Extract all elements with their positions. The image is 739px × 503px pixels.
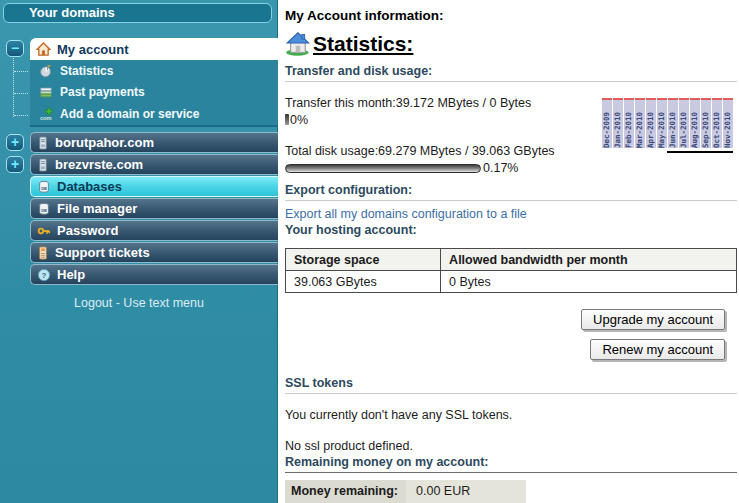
chart-bar: Jun-2010 <box>668 98 678 148</box>
tree-branch <box>14 115 28 116</box>
section-export-configuration: Export configuration: <box>285 183 737 201</box>
server-icon <box>37 136 49 150</box>
chart-bar: Aug-2010 <box>690 98 700 148</box>
disk-progress-row: 0.17% <box>285 161 585 175</box>
sidebar-item-label: Databases <box>57 179 122 194</box>
payments-icon <box>39 85 53 99</box>
chart-bar: Nov-2010 <box>723 98 733 148</box>
logout-link[interactable]: Logout - Use text menu <box>0 296 278 310</box>
chart-bar-label: Feb-2010 <box>624 100 634 148</box>
sidebar-item-label: brezvrste.com <box>55 157 143 172</box>
chart-bar-label: Sep-2010 <box>701 100 711 148</box>
key-icon <box>37 224 51 238</box>
sidebar-item-label: Help <box>57 267 85 282</box>
chart-bar-label: Jun-2010 <box>668 100 678 148</box>
monthly-transfer-chart: Dec-2009 Jan-2010 Feb-2010 Mar-2010 Apr-… <box>601 96 733 175</box>
money-remaining-label: Money remaining: <box>285 480 406 503</box>
file-manager-icon: DB <box>37 202 51 216</box>
sidebar-item-add-domain[interactable]: com Add a domain or service <box>30 103 278 125</box>
chart-bar-label: Jul-2010 <box>679 100 689 148</box>
sidebar: Your domains − My account Statistics Pas… <box>0 0 278 503</box>
sidebar-item-label: Password <box>57 223 118 238</box>
sidebar-item-label: borutpahor.com <box>55 135 154 150</box>
usage-block: Transfer this month:39.172 MBytes / 0 By… <box>285 96 737 175</box>
transfer-line: Transfer this month:39.172 MBytes / 0 By… <box>285 96 585 110</box>
page-title: My Account information: <box>285 8 737 23</box>
sidebar-item-label: Add a domain or service <box>60 107 199 121</box>
export-configuration-link[interactable]: Export all my domains configuration to a… <box>285 207 527 221</box>
house-statistics-icon <box>285 31 312 56</box>
transfer-progress-bar <box>285 114 289 125</box>
svg-text:DB: DB <box>41 207 47 212</box>
expand-brezvrste-button[interactable]: + <box>6 156 24 173</box>
hosting-account-table: Storage space Allowed bandwidth per mont… <box>285 248 737 293</box>
table-row: 39.063 GBytes 0 Bytes <box>286 271 737 293</box>
section-transfer-disk-usage: Transfer and disk usage: <box>285 64 737 82</box>
my-account-submenu: Statistics Past payments com Add a domai… <box>30 60 278 127</box>
expand-borutpahor-button[interactable]: + <box>6 134 24 151</box>
statistics-heading: Statistics: <box>285 31 737 56</box>
chart-bar-label: Dec-2009 <box>602 100 612 148</box>
chart-bar: May-2010 <box>657 98 667 148</box>
chart-bar-label: Nov-2010 <box>723 100 733 148</box>
account-buttons: Upgrade my account Renew my account <box>285 309 725 360</box>
chart-bar: Oct-2010 <box>712 98 722 148</box>
svg-text:?: ? <box>42 271 47 280</box>
ticket-icon <box>37 246 49 260</box>
house-icon <box>36 42 51 56</box>
chart-bar: Jul-2010 <box>679 98 689 148</box>
chart-bar-label: May-2010 <box>657 100 667 148</box>
chart-bar: Mar-2010 <box>635 98 645 148</box>
sidebar-title: Your domains <box>3 3 272 23</box>
database-icon: DB <box>37 180 51 194</box>
tree-line <box>13 58 14 117</box>
sidebar-item-label: Past payments <box>60 85 145 99</box>
statistics-heading-label: Statistics: <box>313 32 413 56</box>
usage-text-column: Transfer this month:39.172 MBytes / 0 By… <box>285 96 585 175</box>
sidebar-item-label: Statistics <box>60 64 113 78</box>
sidebar-item-brezvrste[interactable]: brezvrste.com <box>30 154 278 175</box>
server-icon <box>37 158 49 172</box>
sidebar-item-help[interactable]: ? Help <box>30 264 278 285</box>
chart-bar-label: Mar-2010 <box>635 100 645 148</box>
upgrade-account-button[interactable]: Upgrade my account <box>581 309 725 330</box>
section-ssl-tokens: SSL tokens <box>285 376 737 394</box>
table-cell-storage: 39.063 GBytes <box>286 271 441 293</box>
ssl-tokens-message: You currently don't have any SSL tokens. <box>285 408 737 422</box>
sidebar-item-file-manager[interactable]: DB File manager <box>30 198 278 219</box>
chart-bar-label: Apr-2010 <box>646 100 656 148</box>
chart-bar: Feb-2010 <box>624 98 634 148</box>
main-content: My Account information: Statistics: Tran… <box>279 0 739 503</box>
sidebar-item-label: Support tickets <box>55 245 150 260</box>
table-header-storage: Storage space <box>286 249 441 271</box>
money-remaining-row: Money remaining: 0.00 EUR <box>285 480 737 503</box>
chart-bar: Sep-2010 <box>701 98 711 148</box>
tree-branch <box>14 71 28 72</box>
add-domain-icon: com <box>39 107 53 121</box>
disk-progress-bar <box>285 164 481 173</box>
sidebar-item-support-tickets[interactable]: Support tickets <box>30 242 278 263</box>
chart-bar-label: Jan-2010 <box>613 100 623 148</box>
sidebar-item-statistics[interactable]: Statistics <box>30 60 278 82</box>
transfer-percent: 0% <box>290 113 308 127</box>
sidebar-item-label: File manager <box>57 201 137 216</box>
table-cell-bandwidth: 0 Bytes <box>441 271 737 293</box>
ssl-product-message: No ssl product defined. <box>285 439 737 453</box>
sidebar-item-password[interactable]: Password <box>30 220 278 241</box>
sidebar-item-borutpahor[interactable]: borutpahor.com <box>30 132 278 153</box>
collapse-my-account-button[interactable]: − <box>6 40 24 57</box>
svg-text:DB: DB <box>41 185 47 190</box>
table-header-bandwidth: Allowed bandwidth per month <box>441 249 737 271</box>
chart-bar: Jan-2010 <box>613 98 623 148</box>
sidebar-item-past-payments[interactable]: Past payments <box>30 82 278 104</box>
sidebar-item-databases[interactable]: DB Databases <box>30 176 278 197</box>
help-icon: ? <box>37 268 51 282</box>
section-remaining-money: Remaining money on my account: <box>285 455 737 473</box>
transfer-percent-row: 0% <box>285 113 585 127</box>
pie-chart-icon <box>39 64 53 78</box>
disk-percent: 0.17% <box>483 161 518 175</box>
svg-text:com: com <box>40 114 52 120</box>
sidebar-item-my-account[interactable]: My account <box>30 38 278 60</box>
renew-account-button[interactable]: Renew my account <box>590 339 725 360</box>
sidebar-item-label: My account <box>57 42 129 57</box>
